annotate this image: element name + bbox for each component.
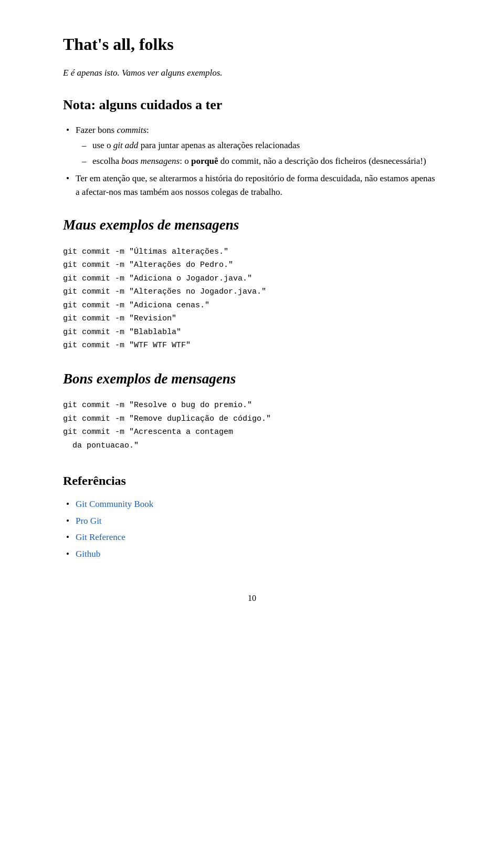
nota-list: Fazer bons commits: use o git add para j…	[63, 123, 441, 199]
nota-heading: Nota: alguns cuidados a ter	[63, 95, 441, 115]
nota-list-item-1: Fazer bons commits: use o git add para j…	[63, 123, 441, 168]
ref-list-item-3: Git Reference	[63, 531, 441, 544]
git-community-book-link[interactable]: Git Community Book	[76, 499, 153, 509]
nota-sublist-item-1: use o git add para juntar apenas as alte…	[81, 139, 441, 152]
references-list: Git Community Book Pro Git Git Reference…	[63, 497, 441, 560]
ref-list-item-2: Pro Git	[63, 514, 441, 528]
pro-git-link[interactable]: Pro Git	[76, 516, 102, 526]
page-number: 10	[63, 592, 441, 605]
nota-list-item-2: Ter em atenção que, se alterarmos a hist…	[63, 172, 441, 199]
ref-list-item-1: Git Community Book	[63, 497, 441, 511]
git-reference-link[interactable]: Git Reference	[76, 532, 125, 542]
ref-list-item-4: Github	[63, 547, 441, 561]
maus-code-block: git commit -m "Últimas alterações." git …	[63, 245, 441, 352]
bons-heading: Bons exemplos de mensagens	[63, 368, 441, 390]
subitem1-text: use o git add para juntar apenas as alte…	[92, 140, 300, 150]
nota-item2-text: Ter em atenção que, se alterarmos a hist…	[76, 173, 435, 197]
intro-text-1: E é apenas isto. Vamos ver alguns exempl…	[63, 68, 223, 78]
maus-heading: Maus exemplos de mensagens	[63, 214, 441, 236]
nota-sublist-item-2: escolha boas mensagens: o porquê do comm…	[81, 154, 441, 168]
subitem2-text: escolha boas mensagens: o porquê do comm…	[92, 156, 426, 166]
referencias-heading: Referências	[63, 471, 441, 490]
intro-paragraph: E é apenas isto. Vamos ver alguns exempl…	[63, 66, 441, 80]
nota-item1-text: Fazer bons commits:	[76, 125, 149, 135]
page-title: That's all, folks	[63, 32, 441, 57]
bons-code-block: git commit -m "Resolve o bug do premio."…	[63, 399, 441, 452]
nota-sublist: use o git add para juntar apenas as alte…	[81, 139, 441, 168]
github-link[interactable]: Github	[76, 549, 100, 559]
